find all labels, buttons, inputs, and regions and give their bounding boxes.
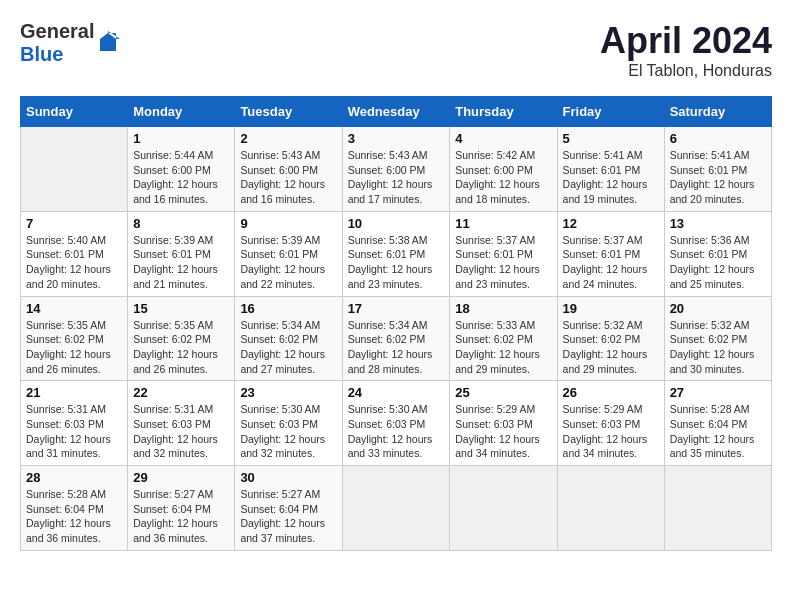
calendar-cell (342, 466, 450, 551)
calendar-cell: 24Sunrise: 5:30 AMSunset: 6:03 PMDayligh… (342, 381, 450, 466)
day-info: Sunrise: 5:34 AMSunset: 6:02 PMDaylight:… (240, 318, 336, 377)
day-number: 15 (133, 301, 229, 316)
day-number: 30 (240, 470, 336, 485)
column-header-monday: Monday (128, 97, 235, 127)
day-number: 28 (26, 470, 122, 485)
calendar-cell: 18Sunrise: 5:33 AMSunset: 6:02 PMDayligh… (450, 296, 557, 381)
day-info: Sunrise: 5:37 AMSunset: 6:01 PMDaylight:… (563, 233, 659, 292)
day-number: 8 (133, 216, 229, 231)
calendar-cell: 28Sunrise: 5:28 AMSunset: 6:04 PMDayligh… (21, 466, 128, 551)
calendar-cell: 4Sunrise: 5:42 AMSunset: 6:00 PMDaylight… (450, 127, 557, 212)
calendar-cell: 17Sunrise: 5:34 AMSunset: 6:02 PMDayligh… (342, 296, 450, 381)
day-number: 1 (133, 131, 229, 146)
day-number: 12 (563, 216, 659, 231)
calendar-header-row: SundayMondayTuesdayWednesdayThursdayFrid… (21, 97, 772, 127)
calendar-cell: 7Sunrise: 5:40 AMSunset: 6:01 PMDaylight… (21, 211, 128, 296)
calendar-table: SundayMondayTuesdayWednesdayThursdayFrid… (20, 96, 772, 551)
day-number: 11 (455, 216, 551, 231)
day-info: Sunrise: 5:28 AMSunset: 6:04 PMDaylight:… (26, 487, 122, 546)
calendar-week-4: 21Sunrise: 5:31 AMSunset: 6:03 PMDayligh… (21, 381, 772, 466)
day-number: 2 (240, 131, 336, 146)
day-info: Sunrise: 5:35 AMSunset: 6:02 PMDaylight:… (133, 318, 229, 377)
calendar-cell: 26Sunrise: 5:29 AMSunset: 6:03 PMDayligh… (557, 381, 664, 466)
day-info: Sunrise: 5:32 AMSunset: 6:02 PMDaylight:… (563, 318, 659, 377)
logo-blue: Blue (20, 43, 63, 65)
day-number: 14 (26, 301, 122, 316)
day-number: 21 (26, 385, 122, 400)
calendar-cell: 1Sunrise: 5:44 AMSunset: 6:00 PMDaylight… (128, 127, 235, 212)
day-info: Sunrise: 5:41 AMSunset: 6:01 PMDaylight:… (563, 148, 659, 207)
day-number: 26 (563, 385, 659, 400)
calendar-body: 1Sunrise: 5:44 AMSunset: 6:00 PMDaylight… (21, 127, 772, 551)
column-header-tuesday: Tuesday (235, 97, 342, 127)
column-header-wednesday: Wednesday (342, 97, 450, 127)
column-header-saturday: Saturday (664, 97, 771, 127)
calendar-header: SundayMondayTuesdayWednesdayThursdayFrid… (21, 97, 772, 127)
day-info: Sunrise: 5:36 AMSunset: 6:01 PMDaylight:… (670, 233, 766, 292)
page-header: General Blue April 2024 El Tablon, Hondu… (20, 20, 772, 80)
calendar-cell: 2Sunrise: 5:43 AMSunset: 6:00 PMDaylight… (235, 127, 342, 212)
day-number: 29 (133, 470, 229, 485)
calendar-cell (664, 466, 771, 551)
day-info: Sunrise: 5:37 AMSunset: 6:01 PMDaylight:… (455, 233, 551, 292)
calendar-cell: 12Sunrise: 5:37 AMSunset: 6:01 PMDayligh… (557, 211, 664, 296)
day-number: 6 (670, 131, 766, 146)
calendar-week-2: 7Sunrise: 5:40 AMSunset: 6:01 PMDaylight… (21, 211, 772, 296)
day-info: Sunrise: 5:40 AMSunset: 6:01 PMDaylight:… (26, 233, 122, 292)
day-info: Sunrise: 5:39 AMSunset: 6:01 PMDaylight:… (240, 233, 336, 292)
calendar-cell: 27Sunrise: 5:28 AMSunset: 6:04 PMDayligh… (664, 381, 771, 466)
day-number: 4 (455, 131, 551, 146)
calendar-cell: 14Sunrise: 5:35 AMSunset: 6:02 PMDayligh… (21, 296, 128, 381)
day-info: Sunrise: 5:30 AMSunset: 6:03 PMDaylight:… (348, 402, 445, 461)
calendar-cell: 19Sunrise: 5:32 AMSunset: 6:02 PMDayligh… (557, 296, 664, 381)
day-info: Sunrise: 5:38 AMSunset: 6:01 PMDaylight:… (348, 233, 445, 292)
day-number: 23 (240, 385, 336, 400)
day-number: 13 (670, 216, 766, 231)
day-info: Sunrise: 5:27 AMSunset: 6:04 PMDaylight:… (133, 487, 229, 546)
day-info: Sunrise: 5:43 AMSunset: 6:00 PMDaylight:… (348, 148, 445, 207)
day-info: Sunrise: 5:29 AMSunset: 6:03 PMDaylight:… (563, 402, 659, 461)
day-number: 17 (348, 301, 445, 316)
day-info: Sunrise: 5:33 AMSunset: 6:02 PMDaylight:… (455, 318, 551, 377)
day-number: 7 (26, 216, 122, 231)
calendar-cell: 6Sunrise: 5:41 AMSunset: 6:01 PMDaylight… (664, 127, 771, 212)
calendar-cell: 3Sunrise: 5:43 AMSunset: 6:00 PMDaylight… (342, 127, 450, 212)
calendar-cell (450, 466, 557, 551)
calendar-cell: 23Sunrise: 5:30 AMSunset: 6:03 PMDayligh… (235, 381, 342, 466)
calendar-cell: 10Sunrise: 5:38 AMSunset: 6:01 PMDayligh… (342, 211, 450, 296)
day-number: 5 (563, 131, 659, 146)
calendar-cell: 20Sunrise: 5:32 AMSunset: 6:02 PMDayligh… (664, 296, 771, 381)
day-number: 3 (348, 131, 445, 146)
calendar-cell: 11Sunrise: 5:37 AMSunset: 6:01 PMDayligh… (450, 211, 557, 296)
logo: General Blue (20, 20, 120, 66)
calendar-cell (21, 127, 128, 212)
calendar-cell: 5Sunrise: 5:41 AMSunset: 6:01 PMDaylight… (557, 127, 664, 212)
day-info: Sunrise: 5:31 AMSunset: 6:03 PMDaylight:… (26, 402, 122, 461)
day-info: Sunrise: 5:41 AMSunset: 6:01 PMDaylight:… (670, 148, 766, 207)
day-info: Sunrise: 5:30 AMSunset: 6:03 PMDaylight:… (240, 402, 336, 461)
day-number: 20 (670, 301, 766, 316)
page-subtitle: El Tablon, Honduras (600, 62, 772, 80)
day-info: Sunrise: 5:42 AMSunset: 6:00 PMDaylight:… (455, 148, 551, 207)
calendar-week-5: 28Sunrise: 5:28 AMSunset: 6:04 PMDayligh… (21, 466, 772, 551)
page-title: April 2024 (600, 20, 772, 62)
day-number: 9 (240, 216, 336, 231)
day-number: 22 (133, 385, 229, 400)
day-number: 27 (670, 385, 766, 400)
day-info: Sunrise: 5:28 AMSunset: 6:04 PMDaylight:… (670, 402, 766, 461)
day-number: 25 (455, 385, 551, 400)
calendar-cell: 25Sunrise: 5:29 AMSunset: 6:03 PMDayligh… (450, 381, 557, 466)
calendar-cell: 29Sunrise: 5:27 AMSunset: 6:04 PMDayligh… (128, 466, 235, 551)
day-number: 16 (240, 301, 336, 316)
calendar-cell: 13Sunrise: 5:36 AMSunset: 6:01 PMDayligh… (664, 211, 771, 296)
calendar-cell: 30Sunrise: 5:27 AMSunset: 6:04 PMDayligh… (235, 466, 342, 551)
calendar-cell: 8Sunrise: 5:39 AMSunset: 6:01 PMDaylight… (128, 211, 235, 296)
day-number: 10 (348, 216, 445, 231)
column-header-thursday: Thursday (450, 97, 557, 127)
calendar-cell (557, 466, 664, 551)
day-info: Sunrise: 5:29 AMSunset: 6:03 PMDaylight:… (455, 402, 551, 461)
calendar-cell: 9Sunrise: 5:39 AMSunset: 6:01 PMDaylight… (235, 211, 342, 296)
calendar-week-1: 1Sunrise: 5:44 AMSunset: 6:00 PMDaylight… (21, 127, 772, 212)
day-info: Sunrise: 5:27 AMSunset: 6:04 PMDaylight:… (240, 487, 336, 546)
logo-icon (96, 31, 120, 55)
